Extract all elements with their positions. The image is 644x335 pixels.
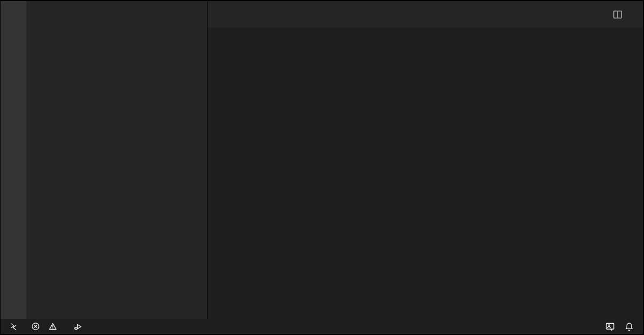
split-editor-icon[interactable]	[613, 10, 622, 19]
remote-icon	[9, 322, 18, 331]
notifications-status[interactable]	[620, 319, 639, 334]
main-area	[1, 1, 643, 319]
remote-indicator[interactable]	[1, 319, 26, 334]
debug-icon	[74, 322, 83, 331]
feedback-icon	[605, 322, 615, 331]
editor-group	[207, 1, 643, 319]
sidebar-spacer	[26, 28, 207, 319]
editor-actions	[613, 1, 643, 27]
status-right	[600, 319, 643, 334]
warning-icon	[49, 322, 57, 331]
add-configuration-button[interactable]	[523, 274, 624, 298]
vscode-window	[0, 0, 644, 335]
editor	[207, 27, 643, 319]
tab-bar	[207, 1, 643, 27]
debug-status[interactable]	[69, 319, 91, 334]
activity-bar	[1, 1, 26, 319]
bell-icon	[625, 322, 634, 331]
feedback-status[interactable]	[600, 319, 620, 334]
status-bar	[1, 319, 643, 334]
problems-status[interactable]	[26, 319, 65, 334]
error-icon	[31, 322, 40, 331]
sidebar-title-row	[26, 1, 207, 28]
explorer-sidebar	[26, 1, 207, 319]
